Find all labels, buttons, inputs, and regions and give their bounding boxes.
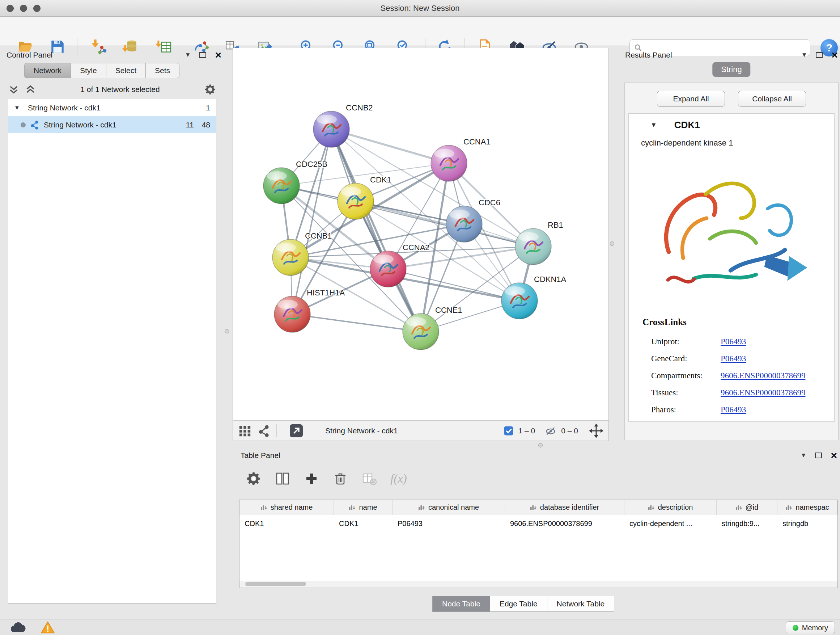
- network-graph[interactable]: CCNB2 CCNA1 CDC25B: [233, 48, 608, 420]
- panel-menu-icon[interactable]: ▼: [185, 51, 191, 59]
- warning-icon[interactable]: [38, 621, 58, 634]
- horizontal-scrollbar[interactable]: [240, 581, 837, 587]
- column-header-database-identifier[interactable]: database identifier: [505, 500, 624, 515]
- gear-icon[interactable]: [204, 83, 216, 96]
- network-node-CDC25B[interactable]: CDC25B: [264, 160, 327, 204]
- splitter-knob-bottom[interactable]: [538, 443, 543, 448]
- network-label: String Network - cdk1: [44, 120, 117, 129]
- close-window-button[interactable]: [6, 5, 14, 12]
- table-cell[interactable]: cyclin-dependent ...: [624, 515, 717, 532]
- main-toolbar: ?: [0, 17, 840, 46]
- column-header-canonical-name[interactable]: canonical name: [393, 500, 505, 515]
- float-panel-icon[interactable]: [199, 52, 206, 58]
- table-row[interactable]: CDK1CDK1P064939606.ENSP00000378699cyclin…: [240, 515, 837, 532]
- crosslinks-list: Uniprot:P06493GeneCard:P06493Compartment…: [651, 333, 827, 418]
- memory-button[interactable]: Memory: [786, 621, 835, 634]
- network-share-icon: [30, 120, 39, 130]
- scrollbar-thumb[interactable]: [245, 582, 306, 586]
- node-label: CDC6: [478, 198, 500, 207]
- table-cell[interactable]: stringdb:9...: [717, 515, 777, 532]
- cloud-icon[interactable]: [7, 621, 27, 634]
- splitter-knob-left[interactable]: [225, 329, 229, 333]
- crosslink-label: Pharos:: [651, 405, 721, 415]
- network-row[interactable]: String Network - cdk1 11 48: [8, 116, 216, 133]
- splitter-knob-right[interactable]: [610, 241, 614, 246]
- column-header-namespac[interactable]: namespac: [777, 500, 837, 515]
- delete-column-icon[interactable]: [332, 470, 348, 486]
- crosslink-link[interactable]: P06493: [721, 354, 746, 363]
- tab-sets[interactable]: Sets: [145, 63, 180, 78]
- column-header-name[interactable]: name: [334, 500, 393, 515]
- network-view[interactable]: CCNB2 CCNA1 CDC25B: [233, 48, 609, 441]
- collapse-gene-icon[interactable]: ▼: [651, 121, 657, 129]
- expand-all-button[interactable]: Expand All: [657, 91, 725, 107]
- window-title: Session: New Session: [0, 0, 840, 17]
- current-network-bullet-icon: [21, 122, 26, 127]
- tab-node-table[interactable]: Node Table: [432, 596, 490, 612]
- birdseye-grid-icon[interactable]: [238, 424, 252, 438]
- hidden-eye-icon[interactable]: [545, 425, 557, 436]
- table-panel-header: Table Panel ▼ ×: [240, 448, 837, 463]
- titlebar: Session: New Session: [0, 0, 840, 17]
- select-columns-icon[interactable]: [275, 470, 291, 486]
- table-cell[interactable]: stringdb: [777, 515, 837, 532]
- network-view-title: String Network - cdk1: [325, 426, 398, 435]
- crosslink-row: GeneCard:P06493: [651, 350, 827, 367]
- gear-icon[interactable]: [246, 470, 262, 486]
- node-table-body: CDK1CDK1P064939606.ENSP00000378699cyclin…: [240, 515, 837, 532]
- open-in-window-icon[interactable]: [289, 424, 303, 438]
- crosslink-label: Compartments:: [651, 371, 721, 380]
- node-table[interactable]: shared name name canonical name database…: [239, 500, 838, 588]
- float-panel-icon[interactable]: [815, 453, 822, 458]
- protein-structure-image: [643, 157, 810, 306]
- crosslink-link[interactable]: P06493: [721, 405, 746, 415]
- column-header-shared-name[interactable]: shared name: [240, 500, 334, 515]
- crosslink-label: Uniprot:: [651, 337, 721, 347]
- collapse-all-icon[interactable]: [8, 84, 19, 95]
- network-selected-status: 1 of 1 Network selected: [36, 85, 204, 94]
- close-panel-icon[interactable]: ×: [215, 52, 221, 58]
- table-cell[interactable]: P06493: [393, 515, 505, 532]
- close-panel-icon[interactable]: ×: [831, 453, 837, 458]
- tab-network-table[interactable]: Network Table: [547, 596, 615, 612]
- minimize-window-button[interactable]: [20, 5, 27, 12]
- tab-edge-table[interactable]: Edge Table: [490, 596, 547, 612]
- column-header--id[interactable]: @id: [717, 500, 777, 515]
- zoom-window-button[interactable]: [33, 5, 41, 12]
- column-header-description[interactable]: description: [624, 500, 717, 515]
- panel-menu-icon[interactable]: ▼: [801, 452, 807, 459]
- collapse-all-button[interactable]: Collapse All: [738, 91, 806, 107]
- selected-checkbox-icon[interactable]: [503, 425, 514, 436]
- network-view-toolbar: String Network - cdk1 1 – 0 0 – 0: [233, 420, 608, 440]
- network-node-CCNA1[interactable]: CCNA1: [431, 137, 491, 181]
- crosslink-label: Tissues:: [651, 388, 721, 397]
- crosslink-link[interactable]: 9606.ENSP00000378699: [721, 371, 806, 380]
- table-cell[interactable]: CDK1: [334, 515, 393, 532]
- network-node-CCNB1[interactable]: CCNB1: [272, 231, 332, 276]
- panel-menu-icon[interactable]: ▼: [801, 51, 807, 59]
- crosslink-link[interactable]: P06493: [721, 337, 746, 347]
- add-column-icon[interactable]: [303, 470, 319, 486]
- tab-select[interactable]: Select: [106, 63, 146, 78]
- network-node-RB1[interactable]: RB1: [515, 220, 563, 264]
- crosslink-link[interactable]: 9606.ENSP00000378699: [721, 388, 806, 397]
- tab-network[interactable]: Network: [24, 63, 71, 78]
- tab-style[interactable]: Style: [71, 63, 106, 78]
- pan-crosshair-icon[interactable]: [589, 424, 603, 438]
- tree-caret-icon[interactable]: ▼: [14, 105, 24, 111]
- network-collection-row[interactable]: ▼ String Network - cdk1 1: [8, 99, 216, 116]
- crosslink-label: GeneCard:: [651, 354, 721, 363]
- expand-all-icon[interactable]: [25, 84, 36, 95]
- close-panel-icon[interactable]: ×: [831, 52, 838, 58]
- network-glyph-icon[interactable]: [257, 424, 271, 437]
- network-node-HIST1H1A[interactable]: HIST1H1A: [274, 288, 345, 333]
- network-node-CCNB2[interactable]: CCNB2: [313, 103, 373, 147]
- network-node-CDK1[interactable]: CDK1: [338, 175, 392, 219]
- table-cell[interactable]: CDK1: [240, 515, 334, 532]
- table-cell[interactable]: 9606.ENSP00000378699: [505, 515, 624, 532]
- node-count: 11: [186, 120, 194, 129]
- network-node-CDKN1A[interactable]: CDKN1A: [501, 275, 567, 319]
- float-panel-icon[interactable]: [816, 52, 823, 58]
- control-panel-header: Control Panel ▼ ×: [6, 48, 221, 62]
- tab-string[interactable]: String: [712, 62, 750, 77]
